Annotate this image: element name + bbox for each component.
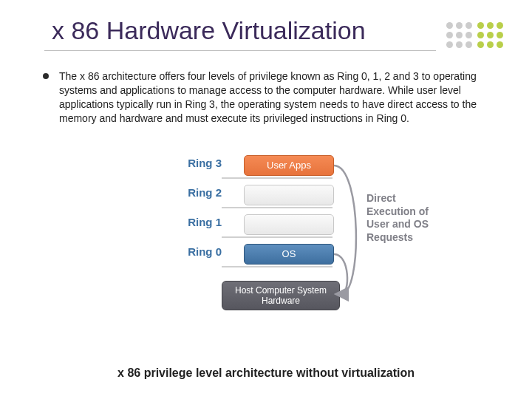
user-apps-box: User Apps (244, 155, 334, 176)
os-box: OS (244, 244, 334, 265)
ring2-label: Ring 2 (170, 186, 222, 199)
slide: x 86 Hardware Virtualization The x 86 ar… (0, 0, 532, 399)
host-hardware-box: Host Computer System Hardware (222, 281, 340, 310)
ring3-label: Ring 3 (170, 157, 222, 169)
diagram-caption: x 86 privilege level architecture withou… (0, 366, 532, 380)
direct-execution-label: Direct Execution of User and OS Requests (366, 192, 437, 244)
ring1-box (244, 214, 334, 235)
title-underline (44, 50, 436, 51)
body-paragraph: The x 86 architecture offers four levels… (59, 69, 497, 126)
bullet-icon (43, 73, 49, 79)
divider-line (222, 177, 332, 179)
ring2-box (244, 185, 334, 205)
bullet-row: The x 86 architecture offers four levels… (43, 69, 497, 126)
ring-diagram: Ring 3 User Apps Ring 2 Ring 1 Ring 0 OS… (118, 155, 443, 347)
ring1-label: Ring 1 (170, 216, 222, 228)
decorative-dots (446, 22, 513, 59)
slide-title: x 86 Hardware Virtualization (52, 16, 366, 45)
ring0-label: Ring 0 (170, 245, 222, 258)
divider-line (222, 266, 332, 267)
divider-line (222, 236, 332, 238)
divider-line (222, 207, 332, 208)
